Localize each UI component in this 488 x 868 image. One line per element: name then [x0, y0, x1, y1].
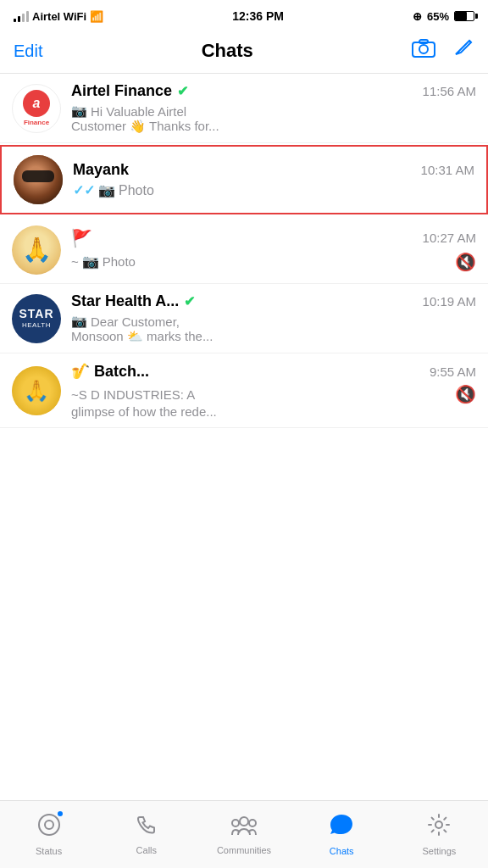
chat-item-religious[interactable]: 🙏 🚩 10:27 AM ~ 📷 Photo 🔇 [0, 216, 488, 284]
nav-item-communities[interactable]: Communities [195, 801, 292, 868]
chat-time-batch: 9:55 AM [430, 364, 476, 379]
chat-name-mayank: Mayank [73, 161, 129, 179]
chat-preview-airtel: 📷 Hi Valuable Airtel [71, 103, 476, 119]
verified-icon-star: ✔ [184, 293, 195, 309]
chat-item-mayank[interactable]: Mayank 10:31 AM ✓✓ 📷 Photo [0, 145, 488, 214]
header: Edit Chats [0, 31, 488, 74]
chat-item-batch[interactable]: 🙏 🎷 Batch... 9:55 AM ~S D INDUSTRIES: A … [0, 353, 488, 428]
location-icon: ⊕ [413, 10, 422, 23]
avatar-batch: 🙏 [12, 366, 61, 415]
nav-item-settings[interactable]: Settings [391, 801, 488, 868]
chat-time-religious: 10:27 AM [423, 231, 476, 245]
nav-item-status[interactable]: Status [0, 801, 97, 868]
chat-content-airtel: Airtel Finance ✔ 11:56 AM 📷 Hi Valuable … [61, 82, 476, 134]
svg-point-7 [249, 820, 256, 826]
nav-label-calls: Calls [136, 845, 157, 855]
status-icon [37, 813, 61, 843]
camera-icon-airtel: 📷 [71, 103, 87, 119]
chat-name-airtel: Airtel Finance [71, 82, 172, 100]
chat-content-religious: 🚩 10:27 AM ~ 📷 Photo 🔇 [61, 228, 476, 272]
nav-item-chats[interactable]: Chats [293, 801, 391, 868]
svg-point-3 [39, 815, 59, 835]
carrier-wifi: Airtel WiFi 📶 [14, 10, 103, 23]
nav-label-communities: Communities [217, 845, 271, 855]
chat-name-star: Star Health A... [71, 292, 179, 310]
camera-button[interactable] [412, 38, 435, 64]
chat-time-mayank: 10:31 AM [421, 163, 474, 177]
status-indicators: ⊕ 65% [413, 10, 474, 23]
svg-point-5 [240, 817, 248, 826]
chat-time-airtel: 11:56 AM [423, 84, 476, 98]
chat-time-star: 10:19 AM [423, 294, 476, 309]
carrier-label: Airtel WiFi [32, 10, 86, 23]
nav-label-chats: Chats [330, 846, 354, 856]
chat-list: Finance Airtel Finance ✔ 11:56 AM 📷 Hi V… [0, 74, 488, 428]
camera-icon-mayank: 📷 [98, 182, 115, 198]
svg-point-6 [232, 820, 239, 826]
avatar-religious: 🙏 [12, 225, 61, 275]
battery-icon [454, 11, 474, 21]
calls-icon [136, 814, 158, 842]
edit-button[interactable]: Edit [14, 42, 42, 61]
avatar-airtel-finance: Finance [12, 84, 61, 133]
avatar-star-health: STAR HEALTH [12, 294, 61, 343]
chats-icon [329, 813, 354, 843]
double-check-icon: ✓✓ [73, 182, 95, 198]
chat-preview-religious: ~ 📷 Photo 🔇 [71, 252, 476, 272]
chat-preview-mayank: ✓✓ 📷 Photo [73, 182, 474, 198]
svg-point-1 [419, 45, 428, 53]
chat-preview2-star: Monsoon ⛅ marks the... [71, 329, 476, 344]
bottom-nav: Status Calls Communities [0, 800, 488, 868]
chat-content-star: Star Health A... ✔ 10:19 AM 📷 Dear Custo… [61, 292, 476, 344]
chat-name-batch: 🎷 Batch... [71, 362, 149, 381]
settings-icon [427, 813, 451, 843]
camera-icon-religious: 📷 [82, 253, 99, 270]
nav-item-calls[interactable]: Calls [97, 801, 195, 868]
status-bar: Airtel WiFi 📶 12:36 PM ⊕ 65% [0, 0, 488, 31]
camera-icon-star: 📷 [71, 314, 87, 329]
status-badge [56, 810, 64, 818]
signal-icon [14, 10, 29, 22]
chat-preview2-batch: glimpse of how the rede... [71, 404, 476, 419]
svg-point-4 [45, 821, 53, 829]
svg-point-8 [435, 821, 442, 828]
chat-preview-star: 📷 Dear Customer, [71, 314, 476, 329]
page-title: Chats [202, 40, 253, 62]
compose-button[interactable] [452, 37, 474, 64]
chat-content-batch: 🎷 Batch... 9:55 AM ~S D INDUSTRIES: A 🔇 … [61, 362, 476, 419]
chat-content-mayank: Mayank 10:31 AM ✓✓ 📷 Photo [63, 161, 474, 198]
chat-item-airtel-finance[interactable]: Finance Airtel Finance ✔ 11:56 AM 📷 Hi V… [0, 74, 488, 143]
muted-icon-batch: 🔇 [455, 384, 476, 404]
battery-label: 65% [427, 10, 449, 23]
status-time: 12:36 PM [232, 9, 284, 23]
wifi-icon: 📶 [90, 10, 103, 23]
header-icons [412, 37, 474, 64]
avatar-mayank [14, 155, 63, 204]
muted-icon-religious: 🔇 [455, 252, 476, 272]
communities-icon [231, 814, 257, 842]
chat-preview-batch: ~S D INDUSTRIES: A 🔇 [71, 384, 476, 404]
verified-icon-airtel: ✔ [177, 83, 188, 99]
chat-item-star-health[interactable]: STAR HEALTH Star Health A... ✔ 10:19 AM … [0, 284, 488, 353]
chat-preview2-airtel: Customer 👋 Thanks for... [71, 119, 476, 134]
nav-label-settings: Settings [423, 846, 457, 856]
nav-label-status: Status [36, 846, 62, 856]
flag-icon: 🚩 [71, 228, 92, 248]
